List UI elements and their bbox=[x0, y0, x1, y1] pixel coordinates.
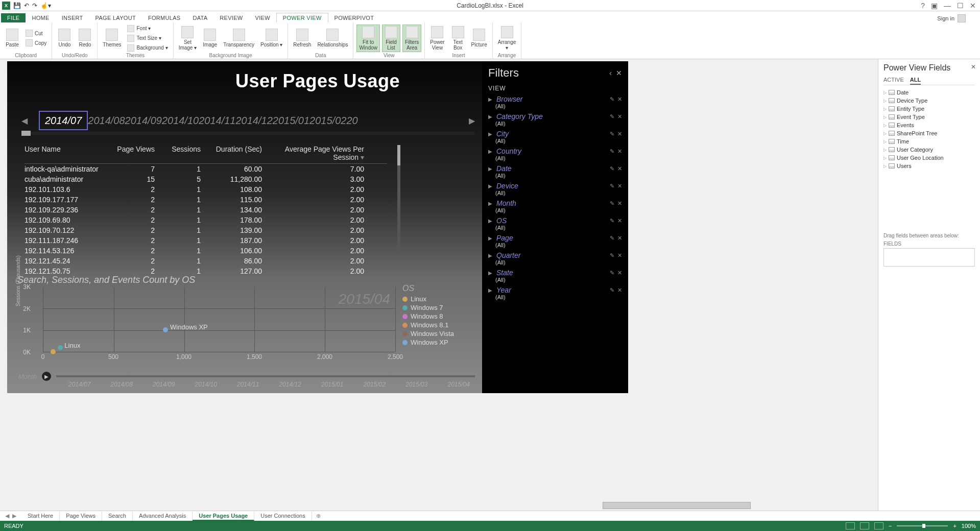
filter-clear-icon[interactable]: ✕ bbox=[617, 131, 622, 137]
table-row[interactable]: 192.109.177.17721115.002.00 bbox=[25, 195, 387, 205]
col-pageviews[interactable]: Page Views bbox=[109, 145, 155, 161]
filter-item[interactable]: ▶Date✎✕(All) bbox=[488, 164, 622, 179]
timeline-item[interactable]: 2014/09 bbox=[125, 115, 162, 126]
timeline-item[interactable]: 2014/12 bbox=[235, 115, 272, 126]
col-avg[interactable]: Average Page Views Per Session ▾ bbox=[262, 145, 364, 161]
user-table[interactable]: User Name Page Views Sessions Duration (… bbox=[25, 145, 387, 280]
tab-page-layout[interactable]: PAGE LAYOUT bbox=[89, 13, 142, 22]
table-row[interactable]: cuba\administrator15511,280.003.00 bbox=[25, 174, 387, 184]
filters-area-button[interactable]: Filters Area bbox=[402, 25, 421, 52]
fields-tab-active[interactable]: ACTIVE bbox=[883, 76, 904, 85]
cut-button[interactable]: Cut bbox=[23, 29, 49, 38]
filter-mode-icon[interactable]: ✎ bbox=[610, 131, 614, 137]
filters-collapse-icon[interactable]: ‹ bbox=[609, 69, 612, 77]
paste-button[interactable]: Paste bbox=[3, 28, 21, 49]
maximize-icon[interactable]: ☐ bbox=[957, 2, 964, 10]
fields-tab-all[interactable]: ALL bbox=[910, 76, 921, 85]
background-button[interactable]: Background ▾ bbox=[125, 43, 170, 53]
table-scrollbar[interactable] bbox=[397, 145, 400, 252]
filter-clear-icon[interactable]: ✕ bbox=[617, 148, 622, 155]
redo-button[interactable]: Redo bbox=[76, 28, 94, 49]
filter-item[interactable]: ▶Browser✎✕(All) bbox=[488, 95, 622, 109]
save-icon[interactable]: 💾 bbox=[13, 2, 21, 9]
col-duration[interactable]: Duration (Sec) bbox=[201, 145, 262, 161]
filter-item[interactable]: ▶Country✎✕(All) bbox=[488, 147, 622, 161]
table-row[interactable]: 192.114.53.12621106.002.00 bbox=[25, 246, 387, 256]
filter-item[interactable]: ▶OS✎✕(All) bbox=[488, 216, 622, 231]
timeline-item[interactable]: 20 bbox=[346, 115, 357, 126]
timeline-item[interactable]: 2014/07 bbox=[39, 111, 88, 130]
redo-icon[interactable]: ↷ bbox=[32, 2, 37, 9]
timeline-item[interactable]: 2014/08 bbox=[88, 115, 125, 126]
view-pagelayout-icon[interactable] bbox=[860, 522, 869, 529]
field-list-button[interactable]: Field List bbox=[382, 25, 400, 52]
chart-bubble[interactable] bbox=[51, 349, 56, 354]
filter-item[interactable]: ▶Year✎✕(All) bbox=[488, 286, 622, 300]
copy-button[interactable]: Copy bbox=[23, 38, 49, 47]
refresh-button[interactable]: Refresh bbox=[291, 28, 313, 49]
tab-power-view[interactable]: POWER VIEW bbox=[276, 13, 328, 23]
filter-clear-icon[interactable]: ✕ bbox=[617, 200, 622, 207]
fields-close-icon[interactable]: ✕ bbox=[971, 63, 976, 70]
close-icon[interactable]: ✕ bbox=[970, 2, 976, 10]
legend-item[interactable]: Windows XP bbox=[402, 339, 454, 346]
picture-button[interactable]: Picture bbox=[469, 28, 489, 49]
ribbon-display-icon[interactable]: ▣ bbox=[931, 2, 938, 10]
legend-item[interactable]: Windows 7 bbox=[402, 304, 454, 311]
filter-mode-icon[interactable]: ✎ bbox=[610, 183, 614, 189]
zoom-in-icon[interactable]: + bbox=[953, 523, 956, 529]
minimize-icon[interactable]: — bbox=[944, 2, 951, 10]
filter-clear-icon[interactable]: ✕ bbox=[617, 235, 622, 242]
tab-formulas[interactable]: FORMULAS bbox=[142, 13, 187, 22]
arrange-button[interactable]: Arrange ▾ bbox=[496, 25, 518, 52]
chart-bubble[interactable] bbox=[163, 327, 168, 332]
filter-item[interactable]: ▶Category Type✎✕(All) bbox=[488, 112, 622, 127]
help-icon[interactable]: ? bbox=[921, 2, 925, 10]
filter-clear-icon[interactable]: ✕ bbox=[617, 165, 622, 172]
legend-item[interactable]: Windows 8.1 bbox=[402, 321, 454, 329]
filter-mode-icon[interactable]: ✎ bbox=[610, 252, 614, 259]
zoom-level[interactable]: 100% bbox=[962, 523, 976, 529]
filter-clear-icon[interactable]: ✕ bbox=[617, 252, 622, 259]
zoom-out-icon[interactable]: − bbox=[889, 523, 892, 529]
legend-item[interactable]: Linux bbox=[402, 295, 454, 303]
horizontal-scrollbar[interactable] bbox=[0, 500, 870, 511]
filter-item[interactable]: ▶Quarter✎✕(All) bbox=[488, 251, 622, 266]
view-normal-icon[interactable] bbox=[846, 522, 855, 529]
themes-button[interactable]: Themes bbox=[101, 28, 123, 49]
field-item[interactable]: ▷Entity Type bbox=[883, 105, 975, 113]
sheet-nav-next-icon[interactable]: ▶ bbox=[12, 513, 16, 519]
col-sessions[interactable]: Sessions bbox=[155, 145, 201, 161]
touch-mode-icon[interactable]: ☝▾ bbox=[40, 2, 51, 9]
field-item[interactable]: ▷Users bbox=[883, 162, 975, 170]
powerview-button[interactable]: Power View bbox=[428, 25, 446, 52]
filter-clear-icon[interactable]: ✕ bbox=[617, 113, 622, 120]
tab-insert[interactable]: INSERT bbox=[56, 13, 89, 22]
chart-bubble[interactable] bbox=[58, 345, 63, 350]
play-button[interactable]: ▶ bbox=[42, 372, 51, 381]
image-button[interactable]: Image bbox=[201, 28, 219, 49]
sign-in[interactable]: Sign in bbox=[937, 14, 980, 22]
add-sheet-button[interactable]: ⊕ bbox=[312, 513, 325, 519]
filter-clear-icon[interactable]: ✕ bbox=[617, 270, 622, 276]
undo-button[interactable]: Undo bbox=[55, 28, 74, 49]
field-item[interactable]: ▷SharePoint Tree bbox=[883, 129, 975, 137]
timeline-item[interactable]: 2014/10 bbox=[162, 115, 199, 126]
field-item[interactable]: ▷Device Type bbox=[883, 96, 975, 105]
table-row[interactable]: 192.109.229.23621134.002.00 bbox=[25, 205, 387, 215]
relationships-button[interactable]: Relationships bbox=[315, 28, 350, 49]
sheet-tab[interactable]: Page Views bbox=[60, 512, 102, 521]
tab-data[interactable]: DATA bbox=[186, 13, 213, 22]
sheet-tab[interactable]: Advanced Analysis bbox=[133, 512, 193, 521]
sheet-tab[interactable]: User Pages Usage bbox=[193, 512, 254, 521]
scroll-thumb[interactable] bbox=[397, 145, 400, 165]
field-item[interactable]: ▷Date bbox=[883, 88, 975, 96]
sheet-nav-prev-icon[interactable]: ◀ bbox=[5, 513, 9, 519]
table-row[interactable]: intlock-qa\administrator7160.007.00 bbox=[25, 164, 387, 174]
position-button[interactable]: Position ▾ bbox=[258, 28, 284, 49]
table-row[interactable]: 192.101.103.621108.002.00 bbox=[25, 184, 387, 195]
timeline-item[interactable]: 2015/02 bbox=[309, 115, 346, 126]
view-pagebreak-icon[interactable] bbox=[874, 522, 883, 529]
sheet-tab[interactable]: Start Here bbox=[21, 512, 60, 521]
filter-item[interactable]: ▶Month✎✕(All) bbox=[488, 199, 622, 213]
